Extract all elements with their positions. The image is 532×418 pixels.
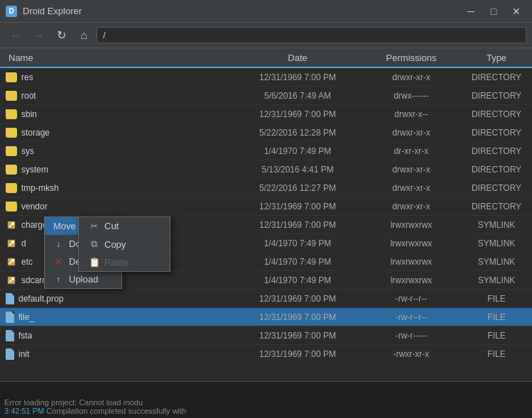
file-name: file_	[0, 312, 234, 323]
file-permissions: dr-xr-xr-x	[362, 146, 461, 156]
context-upload-label: Upload	[69, 274, 113, 285]
minimize-button[interactable]: ─	[461, 4, 481, 19]
upload-icon: ↑	[53, 275, 63, 285]
file-date: 12/31/1969 7:00 PM	[234, 294, 362, 304]
status-line-2: 3:42:51 PM Compilation completed success…	[4, 407, 528, 415]
table-row[interactable]: file_ 12/31/1969 7:00 PM -rw-r--r-- FILE	[0, 308, 532, 326]
forward-button[interactable]: →	[28, 26, 48, 45]
refresh-button[interactable]: ↻	[51, 26, 71, 45]
file-permissions: drwx------	[362, 91, 461, 101]
file-date: 5/13/2016 4:41 PM	[234, 165, 362, 175]
close-button[interactable]: ✕	[506, 4, 526, 19]
file-date: 1/4/1970 7:49 PM	[234, 257, 362, 267]
file-date: 1/4/1970 7:49 PM	[234, 238, 362, 248]
file-date: 12/31/1969 7:00 PM	[234, 202, 362, 211]
window-controls: ─ □ ✕	[461, 4, 526, 19]
file-date: 1/4/1970 7:49 PM	[234, 275, 362, 285]
folder-icon	[6, 109, 17, 119]
file-permissions: drwxr-xr-x	[362, 72, 461, 82]
table-row[interactable]: system 5/13/2016 4:41 PM drwxr-xr-x DIRE…	[0, 160, 532, 179]
file-type: SYMLINK	[461, 238, 532, 248]
maximize-button[interactable]: □	[484, 4, 504, 19]
symlink-icon	[6, 256, 17, 268]
file-type: SYMLINK	[461, 257, 532, 267]
file-type: DIRECTORY	[461, 72, 532, 82]
file-permissions: lrwxrwxrwx	[362, 238, 461, 248]
file-permissions: -rw-r--r--	[362, 294, 461, 304]
folder-icon	[6, 183, 17, 193]
table-row[interactable]: fsta 12/31/1969 7:00 PM -rw-r----- FILE	[0, 326, 532, 345]
file-date: 12/31/1969 7:00 PM	[234, 331, 362, 341]
file-date: 1/4/1970 7:49 PM	[234, 146, 362, 156]
file-name: init	[0, 348, 234, 360]
file-type: DIRECTORY	[461, 146, 532, 156]
table-header: Name Date Permissions Type	[0, 48, 532, 68]
table-row[interactable]: sys 1/4/1970 7:49 PM dr-xr-xr-x DIRECTOR…	[0, 142, 532, 160]
symlink-icon	[6, 219, 17, 231]
file-date: 12/31/1969 7:00 PM	[234, 220, 362, 230]
context-upload[interactable]: ↑ Upload	[45, 270, 121, 288]
copy-icon: ⧉	[89, 238, 99, 250]
table-row[interactable]: default.prop 12/31/1969 7:00 PM -rw-r--r…	[0, 290, 532, 308]
file-type: DIRECTORY	[461, 183, 532, 193]
file-date: 12/31/1969 7:00 PM	[234, 72, 362, 82]
table-row[interactable]: res 12/31/1969 7:00 PM drwxr-xr-x DIRECT…	[0, 68, 532, 87]
file-name: root	[0, 91, 234, 101]
symlink-icon	[6, 275, 17, 286]
path-bar: /	[97, 27, 526, 43]
submenu-paste[interactable]: 📋 Paste	[79, 253, 170, 271]
file-permissions: drwxr-x--	[362, 109, 461, 119]
file-date: 12/31/1969 7:00 PM	[234, 312, 362, 322]
table-row[interactable]: root 5/6/2016 7:49 AM drwx------ DIRECTO…	[0, 87, 532, 105]
file-name: res	[0, 72, 234, 82]
download-icon: ↓	[53, 239, 63, 249]
table-row[interactable]: tmp-mksh 5/22/2016 12:27 PM drwxr-xr-x D…	[0, 179, 532, 197]
back-button[interactable]: ←	[6, 26, 26, 45]
file-date: 5/22/2016 12:28 PM	[234, 128, 362, 138]
submenu[interactable]: ✂ Cut ⧉ Copy 📋 Paste	[78, 216, 170, 272]
table-row[interactable]: vendor 12/31/1969 7:00 PM drwxr-xr-x DIR…	[0, 197, 532, 216]
file-permissions: lrwxrwxrwx	[362, 220, 461, 230]
title-bar: D Droid Explorer ─ □ ✕	[0, 0, 532, 23]
table-row[interactable]: init 12/31/1969 7:00 PM -rwxr-xr-x FILE	[0, 345, 532, 363]
file-name: sys	[0, 146, 234, 156]
file-type: DIRECTORY	[461, 128, 532, 138]
submenu-copy[interactable]: ⧉ Copy	[79, 235, 170, 253]
file-permissions: -rw-r-----	[362, 331, 461, 341]
file-type: FILE	[461, 331, 532, 341]
file-permissions: -rw-r--r--	[362, 312, 461, 322]
folder-icon	[6, 128, 17, 138]
submenu-copy-label: Copy	[104, 239, 126, 250]
folder-icon	[6, 165, 17, 175]
file-type: FILE	[461, 349, 532, 359]
file-type: DIRECTORY	[461, 165, 532, 175]
file-name: tmp-mksh	[0, 183, 234, 193]
col-type: Type	[461, 53, 532, 63]
file-icon	[6, 312, 14, 323]
file-name: fsta	[0, 330, 234, 341]
file-permissions: drwxr-xr-x	[362, 183, 461, 193]
file-permissions: drwxr-xr-x	[362, 165, 461, 175]
col-permissions: Permissions	[362, 53, 461, 63]
app-icon: D	[6, 6, 17, 17]
folder-icon	[6, 91, 17, 101]
window-title: Droid Explorer	[23, 6, 461, 16]
submenu-cut[interactable]: ✂ Cut	[79, 217, 170, 235]
submenu-paste-label: Paste	[104, 257, 128, 268]
file-type: FILE	[461, 312, 532, 322]
col-name: Name	[0, 53, 234, 63]
file-date: 5/22/2016 12:27 PM	[234, 183, 362, 193]
file-name: storage	[0, 128, 234, 138]
file-date: 12/31/1969 7:00 PM	[234, 349, 362, 359]
file-date: 12/31/1969 7:00 PM	[234, 109, 362, 119]
delete-icon: ✕	[53, 257, 63, 267]
file-name: sbin	[0, 109, 234, 119]
home-button[interactable]: ⌂	[74, 26, 94, 45]
folder-icon	[6, 202, 17, 211]
table-row[interactable]: sbin 12/31/1969 7:00 PM drwxr-x-- DIRECT…	[0, 105, 532, 123]
file-icon	[6, 330, 14, 341]
folder-icon	[6, 72, 17, 82]
file-type: SYMLINK	[461, 220, 532, 230]
status-line-1: Error loading project: Cannot load modu	[4, 398, 528, 407]
table-row[interactable]: storage 5/22/2016 12:28 PM drwxr-xr-x DI…	[0, 123, 532, 142]
